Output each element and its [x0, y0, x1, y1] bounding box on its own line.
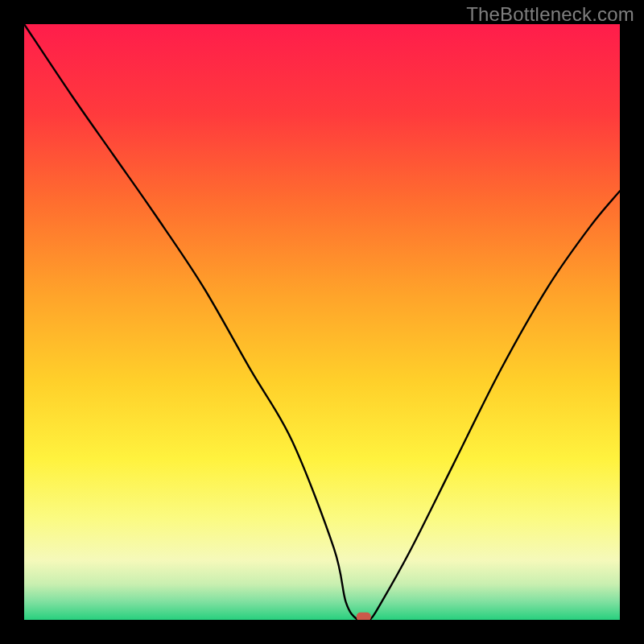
gradient-background	[24, 24, 620, 620]
optimal-point-marker	[357, 613, 371, 620]
chart-frame: TheBottleneck.com	[0, 0, 644, 644]
watermark-text: TheBottleneck.com	[466, 3, 634, 26]
plot-area	[24, 24, 620, 620]
bottleneck-chart	[24, 24, 620, 620]
